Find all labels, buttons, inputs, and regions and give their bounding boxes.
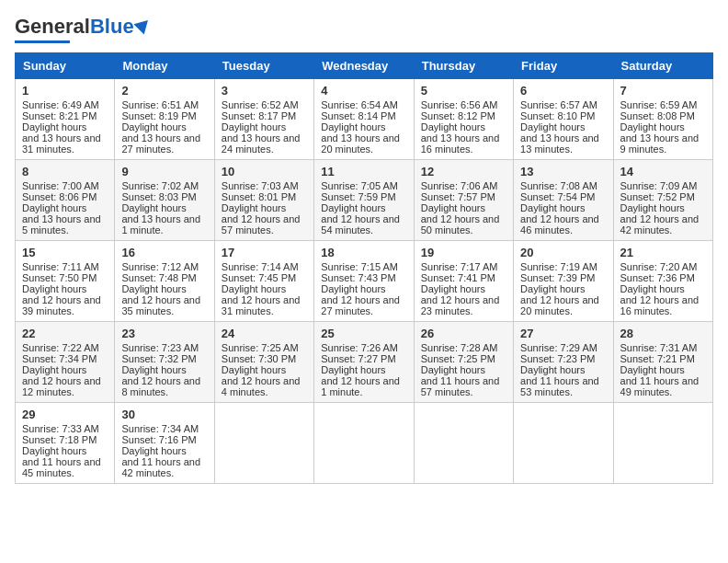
day-cell-11: 11Sunrise: 7:05 AMSunset: 7:59 PMDayligh… bbox=[314, 160, 414, 241]
day-number: 13 bbox=[520, 165, 606, 178]
day-info: Sunrise: 7:03 AMSunset: 8:01 PMDaylight … bbox=[222, 180, 301, 236]
day-info: Sunrise: 6:51 AMSunset: 8:19 PMDaylight … bbox=[121, 99, 200, 155]
day-number: 26 bbox=[421, 327, 506, 340]
column-header-monday: Monday bbox=[115, 53, 214, 79]
day-cell-9: 9Sunrise: 7:02 AMSunset: 8:03 PMDaylight… bbox=[115, 160, 214, 241]
day-info: Sunrise: 7:02 AMSunset: 8:03 PMDaylight … bbox=[121, 180, 200, 236]
day-info: Sunrise: 7:33 AMSunset: 7:18 PMDaylight … bbox=[22, 423, 101, 478]
empty-cell bbox=[314, 403, 414, 484]
logo-arrow-icon bbox=[133, 15, 153, 34]
day-info: Sunrise: 7:20 AMSunset: 7:36 PMDaylight … bbox=[620, 261, 700, 316]
day-cell-19: 19Sunrise: 7:17 AMSunset: 7:41 PMDayligh… bbox=[414, 241, 513, 322]
day-info: Sunrise: 7:28 AMSunset: 7:25 PMDaylight … bbox=[421, 342, 500, 397]
logo-underline bbox=[15, 40, 70, 43]
day-number: 27 bbox=[520, 327, 606, 340]
column-header-friday: Friday bbox=[514, 53, 613, 79]
day-number: 28 bbox=[620, 327, 706, 340]
day-number: 18 bbox=[321, 246, 406, 259]
empty-cell bbox=[414, 403, 513, 484]
day-info: Sunrise: 6:49 AMSunset: 8:21 PMDaylight … bbox=[22, 99, 101, 155]
day-number: 1 bbox=[22, 84, 108, 98]
day-info: Sunrise: 6:52 AMSunset: 8:17 PMDaylight … bbox=[222, 99, 301, 155]
day-number: 23 bbox=[121, 327, 207, 340]
day-cell-7: 7Sunrise: 6:59 AMSunset: 8:08 PMDaylight… bbox=[613, 79, 712, 160]
day-info: Sunrise: 6:59 AMSunset: 8:08 PMDaylight … bbox=[620, 99, 700, 155]
calendar-week-4: 22Sunrise: 7:22 AMSunset: 7:34 PMDayligh… bbox=[16, 322, 713, 403]
day-cell-29: 29Sunrise: 7:33 AMSunset: 7:18 PMDayligh… bbox=[16, 403, 115, 484]
column-header-tuesday: Tuesday bbox=[214, 53, 313, 79]
day-info: Sunrise: 7:15 AMSunset: 7:43 PMDaylight … bbox=[321, 261, 400, 316]
day-cell-6: 6Sunrise: 6:57 AMSunset: 8:10 PMDaylight… bbox=[514, 79, 613, 160]
day-number: 6 bbox=[520, 84, 606, 98]
day-info: Sunrise: 7:06 AMSunset: 7:57 PMDaylight … bbox=[421, 180, 500, 236]
logo: General Blue bbox=[15, 15, 151, 43]
day-cell-1: 1Sunrise: 6:49 AMSunset: 8:21 PMDaylight… bbox=[16, 79, 115, 160]
logo-general: General bbox=[15, 15, 90, 39]
day-number: 10 bbox=[222, 165, 307, 178]
calendar-week-1: 1Sunrise: 6:49 AMSunset: 8:21 PMDaylight… bbox=[16, 79, 713, 160]
day-info: Sunrise: 7:23 AMSunset: 7:32 PMDaylight … bbox=[121, 342, 200, 397]
day-number: 12 bbox=[421, 165, 506, 178]
day-cell-5: 5Sunrise: 6:56 AMSunset: 8:12 PMDaylight… bbox=[414, 79, 513, 160]
day-cell-10: 10Sunrise: 7:03 AMSunset: 8:01 PMDayligh… bbox=[214, 160, 313, 241]
day-info: Sunrise: 7:00 AMSunset: 8:06 PMDaylight … bbox=[22, 180, 101, 236]
day-cell-30: 30Sunrise: 7:34 AMSunset: 7:16 PMDayligh… bbox=[115, 403, 214, 484]
empty-cell bbox=[214, 403, 313, 484]
day-info: Sunrise: 6:56 AMSunset: 8:12 PMDaylight … bbox=[421, 99, 500, 155]
day-info: Sunrise: 7:08 AMSunset: 7:54 PMDaylight … bbox=[520, 180, 599, 236]
column-header-thursday: Thursday bbox=[414, 53, 513, 79]
day-info: Sunrise: 7:11 AMSunset: 7:50 PMDaylight … bbox=[22, 261, 101, 316]
day-info: Sunrise: 7:14 AMSunset: 7:45 PMDaylight … bbox=[222, 261, 301, 316]
day-info: Sunrise: 7:09 AMSunset: 7:52 PMDaylight … bbox=[620, 180, 700, 236]
day-info: Sunrise: 7:12 AMSunset: 7:48 PMDaylight … bbox=[121, 261, 200, 316]
calendar-week-2: 8Sunrise: 7:00 AMSunset: 8:06 PMDaylight… bbox=[16, 160, 713, 241]
day-number: 9 bbox=[121, 165, 207, 178]
day-number: 19 bbox=[421, 246, 506, 259]
column-header-wednesday: Wednesday bbox=[314, 53, 414, 79]
day-number: 21 bbox=[620, 246, 706, 259]
day-info: Sunrise: 7:17 AMSunset: 7:41 PMDaylight … bbox=[421, 261, 500, 316]
day-cell-12: 12Sunrise: 7:06 AMSunset: 7:57 PMDayligh… bbox=[414, 160, 513, 241]
day-number: 4 bbox=[321, 84, 406, 98]
day-cell-26: 26Sunrise: 7:28 AMSunset: 7:25 PMDayligh… bbox=[414, 322, 513, 403]
day-info: Sunrise: 6:57 AMSunset: 8:10 PMDaylight … bbox=[520, 99, 599, 155]
day-cell-17: 17Sunrise: 7:14 AMSunset: 7:45 PMDayligh… bbox=[214, 241, 313, 322]
day-info: Sunrise: 7:05 AMSunset: 7:59 PMDaylight … bbox=[321, 180, 400, 236]
day-number: 14 bbox=[620, 165, 706, 178]
day-cell-20: 20Sunrise: 7:19 AMSunset: 7:39 PMDayligh… bbox=[514, 241, 613, 322]
day-cell-3: 3Sunrise: 6:52 AMSunset: 8:17 PMDaylight… bbox=[214, 79, 313, 160]
calendar-header-row: SundayMondayTuesdayWednesdayThursdayFrid… bbox=[16, 53, 713, 79]
day-info: Sunrise: 7:29 AMSunset: 7:23 PMDaylight … bbox=[520, 342, 599, 397]
day-number: 16 bbox=[121, 246, 207, 259]
day-info: Sunrise: 7:25 AMSunset: 7:30 PMDaylight … bbox=[222, 342, 301, 397]
day-number: 22 bbox=[22, 327, 108, 340]
day-number: 5 bbox=[421, 84, 506, 98]
logo-blue: Blue bbox=[90, 15, 134, 39]
day-number: 2 bbox=[121, 84, 207, 98]
column-header-saturday: Saturday bbox=[613, 53, 712, 79]
day-cell-2: 2Sunrise: 6:51 AMSunset: 8:19 PMDaylight… bbox=[115, 79, 214, 160]
day-info: Sunrise: 7:31 AMSunset: 7:21 PMDaylight … bbox=[620, 342, 700, 397]
day-cell-18: 18Sunrise: 7:15 AMSunset: 7:43 PMDayligh… bbox=[314, 241, 414, 322]
day-cell-24: 24Sunrise: 7:25 AMSunset: 7:30 PMDayligh… bbox=[214, 322, 313, 403]
day-number: 30 bbox=[121, 408, 207, 421]
day-cell-27: 27Sunrise: 7:29 AMSunset: 7:23 PMDayligh… bbox=[514, 322, 613, 403]
day-number: 3 bbox=[222, 84, 307, 98]
day-cell-21: 21Sunrise: 7:20 AMSunset: 7:36 PMDayligh… bbox=[613, 241, 712, 322]
day-number: 29 bbox=[22, 408, 108, 421]
day-number: 8 bbox=[22, 165, 108, 178]
day-number: 25 bbox=[321, 327, 406, 340]
day-cell-8: 8Sunrise: 7:00 AMSunset: 8:06 PMDaylight… bbox=[16, 160, 115, 241]
column-header-sunday: Sunday bbox=[16, 53, 115, 79]
day-number: 7 bbox=[620, 84, 706, 98]
day-cell-16: 16Sunrise: 7:12 AMSunset: 7:48 PMDayligh… bbox=[115, 241, 214, 322]
day-info: Sunrise: 7:34 AMSunset: 7:16 PMDaylight … bbox=[121, 423, 200, 478]
day-number: 24 bbox=[222, 327, 307, 340]
day-cell-13: 13Sunrise: 7:08 AMSunset: 7:54 PMDayligh… bbox=[514, 160, 613, 241]
day-info: Sunrise: 7:26 AMSunset: 7:27 PMDaylight … bbox=[321, 342, 400, 397]
day-cell-15: 15Sunrise: 7:11 AMSunset: 7:50 PMDayligh… bbox=[16, 241, 115, 322]
day-cell-14: 14Sunrise: 7:09 AMSunset: 7:52 PMDayligh… bbox=[613, 160, 712, 241]
day-number: 15 bbox=[22, 246, 108, 259]
day-info: Sunrise: 7:19 AMSunset: 7:39 PMDaylight … bbox=[520, 261, 599, 316]
page-header: General Blue bbox=[15, 15, 713, 43]
